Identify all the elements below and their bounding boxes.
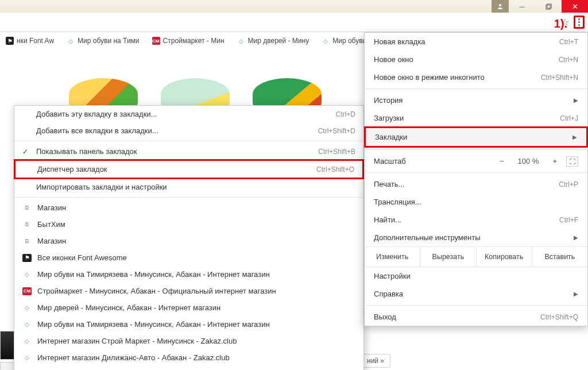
doc-icon: 🗎 — [22, 221, 32, 229]
paste-button[interactable]: Вставить — [532, 247, 587, 267]
edit-label: Изменить — [365, 247, 420, 267]
bookmark-list-item[interactable]: ◇Мир дверей - Минусинск, Абакан - Интерн… — [14, 299, 363, 316]
submenu-add-all-tabs[interactable]: Добавить все вкладки в закладки...Ctrl+S… — [14, 122, 363, 139]
cm-icon: CM — [22, 287, 32, 295]
maximize-button[interactable] — [535, 0, 562, 13]
bookmark-item[interactable]: ◇Мир обуви на Тими — [62, 34, 144, 47]
bookmark-item[interactable]: CMСтроймаркет - Мин — [148, 34, 229, 47]
doc-icon: 🗎 — [22, 237, 32, 245]
address-bar: 1). ☆ — [0, 13, 588, 32]
fa-icon: ⚑ — [6, 37, 14, 45]
bookmark-list-item[interactable]: 🗎БытХим — [14, 216, 363, 233]
vertical-dots-icon — [578, 18, 580, 26]
cut-button[interactable]: Вырезать — [420, 247, 475, 267]
submenu-show-bookmarks-bar[interactable]: ✓Показывать панель закладокCtrl+Shift+B — [14, 143, 363, 160]
menu-exit[interactable]: ВыходCtrl+Shift+Q — [365, 308, 587, 326]
bookmark-list-item[interactable]: ◇Мир обуви на Тимирязева - Минусинск, Аб… — [14, 316, 363, 333]
menu-downloads[interactable]: ЗагрузкиCtrl+J — [365, 109, 587, 127]
menu-history[interactable]: История▶ — [365, 91, 587, 109]
window-titlebar: ─ ✕ — [0, 0, 588, 13]
doc-icon: 🗎 — [22, 204, 32, 212]
copy-button[interactable]: Копировать — [476, 247, 532, 267]
menu-cast[interactable]: Трансляция... — [365, 193, 587, 211]
diamond-icon: ◇ — [22, 304, 32, 312]
close-button[interactable]: ✕ — [562, 0, 588, 13]
menu-help[interactable]: Справка▶ — [365, 285, 587, 303]
bookmark-list-item[interactable]: ◇Интернет магазин MISS. Сеть магазинов ж… — [14, 366, 363, 370]
cm-icon: CM — [152, 37, 160, 45]
submenu-import-bookmarks[interactable]: Импортировать закладки и настройки — [14, 179, 363, 195]
chevron-right-icon: ▶ — [572, 134, 577, 140]
minimize-button[interactable]: ─ — [509, 0, 535, 13]
diamond-icon: ◇ — [22, 354, 32, 362]
fa-icon: ⚑ — [22, 254, 32, 262]
fullscreen-button[interactable]: ⛶ — [566, 156, 578, 167]
bookmarks-submenu: Добавить эту вкладку в закладки...Ctrl+D… — [14, 105, 364, 370]
menu-incognito[interactable]: Новое окно в режиме инкогнитоCtrl+Shift+… — [365, 68, 587, 86]
diamond-icon: ◇ — [22, 321, 32, 329]
bookmark-list-item[interactable]: ◇Интернет магазин Строй Маркет - Минусин… — [14, 333, 363, 349]
zoom-out-button[interactable]: − — [495, 156, 509, 167]
diamond-icon: ◇ — [322, 37, 330, 45]
diamond-icon: ◇ — [22, 337, 32, 345]
bookmark-list-item[interactable]: 🗎Магазин — [14, 199, 363, 216]
bookmark-item[interactable]: ⚑нки Font Aw — [1, 34, 59, 47]
submenu-bookmark-manager[interactable]: Диспетчер закладокCtrl+Shift+O — [14, 159, 364, 179]
menu-find[interactable]: Найти...Ctrl+F — [365, 211, 587, 229]
diamond-icon: ◇ — [22, 271, 32, 279]
bookmark-list-item[interactable]: ◇Интернет магазин Дилижанс-Авто - Абакан… — [14, 349, 363, 366]
diamond-icon: ◇ — [237, 37, 245, 45]
menu-bookmarks[interactable]: Закладки▶ — [364, 126, 588, 148]
menu-zoom: Масштаб − 100 % + ⛶ — [365, 152, 587, 170]
floating-label: ний » — [361, 354, 390, 368]
annotation-1: 1). — [554, 17, 567, 30]
svg-point-0 — [499, 4, 501, 6]
bookmark-item[interactable]: ◇Мир дверей - Мину — [233, 34, 314, 47]
bookmark-list-item[interactable]: ⚑Все иконки Font Awesome — [14, 249, 363, 266]
submenu-add-this-tab[interactable]: Добавить эту вкладку в закладки...Ctrl+D — [14, 106, 363, 122]
chevron-right-icon: ▶ — [574, 291, 578, 297]
zoom-value: 100 % — [513, 156, 544, 167]
svg-rect-2 — [547, 3, 551, 7]
bookmark-list-item[interactable]: 🗎Магазин — [14, 233, 363, 249]
main-menu: Новая вкладкаCtrl+T Новое окноCtrl+N Нов… — [364, 32, 588, 326]
user-button[interactable] — [492, 0, 509, 13]
menu-new-tab[interactable]: Новая вкладкаCtrl+T — [365, 33, 587, 51]
svg-rect-1 — [546, 5, 550, 9]
bookmark-list-item[interactable]: ◇Мир обуви на Тимирязева - Минусинск, Аб… — [14, 266, 363, 283]
check-icon: ✓ — [22, 148, 30, 156]
diamond-icon: ◇ — [67, 37, 75, 45]
menu-edit-row: Изменить Вырезать Копировать Вставить — [365, 246, 587, 267]
menu-more-tools[interactable]: Дополнительные инструменты▶ — [365, 229, 587, 246]
chevron-right-icon: ▶ — [574, 97, 578, 103]
menu-print[interactable]: Печать...Ctrl+P — [365, 175, 587, 193]
chevron-right-icon: ▶ — [574, 234, 578, 241]
bookmark-list-item[interactable]: CMСтроймаркет - Минусинск, Абакан - Офиц… — [14, 283, 363, 299]
main-menu-button[interactable] — [574, 16, 585, 29]
menu-settings[interactable]: Настройки — [365, 267, 587, 285]
menu-new-window[interactable]: Новое окноCtrl+N — [365, 51, 587, 68]
zoom-in-button[interactable]: + — [548, 156, 562, 167]
